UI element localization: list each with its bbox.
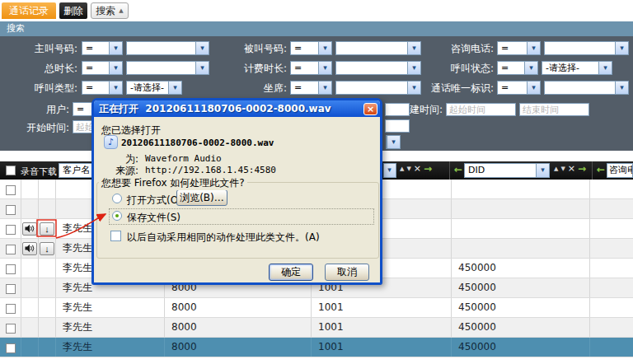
download-button[interactable]: ↓ (40, 242, 54, 255)
label-callee-number: 被叫号码: (206, 43, 287, 55)
download-icon: ↓ (45, 224, 49, 234)
cell-did: 450000 (452, 278, 590, 297)
cell-agent: 1001 (312, 318, 452, 337)
callee-operator-select[interactable]: = (290, 41, 332, 55)
option-save-label[interactable]: 保存文件(S) (127, 211, 181, 225)
select-stub[interactable] (386, 135, 401, 149)
search-toggle-label: 搜索 (96, 4, 115, 18)
column-down-icon[interactable]: ▼ (560, 166, 565, 172)
cell-did (452, 239, 590, 258)
dialog-titlebar[interactable]: 正在打开 20120611180706-0002-8000.wav × (94, 100, 380, 117)
cell-did: 450000 (452, 338, 590, 357)
row-checkbox[interactable] (6, 343, 16, 353)
user-field-stub[interactable] (385, 103, 410, 116)
call-type-value-select[interactable]: -请选择- (126, 81, 182, 95)
speaker-icon (25, 244, 35, 253)
ok-button[interactable]: 确定 (269, 264, 313, 281)
call-record-screen: 通话记录 删除 搜索 ▲ 搜索 主叫号码: = 被叫号码: = 咨询电话: = … (0, 0, 633, 364)
column-consult-select[interactable]: 咨询电 (607, 163, 633, 178)
total-duration-value-select[interactable] (126, 61, 209, 75)
create-time-end-input[interactable] (519, 103, 589, 116)
download-icon: ↓ (45, 244, 49, 254)
column-up-icon[interactable]: ▲ (400, 166, 404, 172)
call-uid-operator-select[interactable]: = (497, 81, 541, 95)
column-move-left-icon[interactable]: ← (597, 165, 605, 175)
dialog-body: 您已选择打开 ♪ 20120611180706-0002-8000.wav 为:… (94, 117, 380, 282)
consult-operator-select[interactable]: = (497, 41, 541, 55)
cancel-button[interactable]: 取消 (325, 264, 369, 281)
label-start-time: 开始时间: (0, 122, 69, 134)
option-open-label[interactable]: 打开方式(O) (127, 194, 182, 208)
cell-did: 450000 (452, 259, 590, 278)
cell-ext: 8000 (165, 298, 312, 317)
row-checkbox[interactable] (6, 304, 16, 314)
row-checkbox[interactable] (6, 225, 16, 235)
table-row[interactable]: 李先生 8000 1001 450000 (0, 318, 633, 338)
select-all-checkbox[interactable] (6, 166, 16, 175)
column-move-left-icon[interactable]: ← (454, 165, 462, 175)
agent-operator-select[interactable]: = (290, 81, 332, 95)
tab-call-log[interactable]: 通话记录 (2, 2, 56, 19)
row-checkbox[interactable] (6, 284, 16, 294)
column-up-icon[interactable]: ▲ (554, 166, 558, 172)
caller-value-select[interactable] (126, 41, 209, 55)
header-separator (449, 161, 450, 180)
column-recording: 录音 (21, 166, 39, 178)
row-checkbox[interactable] (6, 264, 16, 274)
billing-duration-operator-select[interactable]: = (290, 61, 332, 75)
total-duration-operator-select[interactable]: = (82, 61, 123, 75)
browse-button[interactable]: 浏览(B)… (176, 189, 227, 206)
play-recording-button[interactable] (22, 242, 37, 255)
column-remove-icon[interactable]: × (414, 165, 421, 173)
create-time-start-input[interactable] (446, 103, 516, 116)
table-row-selected[interactable]: 李先生 8000 1001 450000 (0, 338, 633, 357)
call-type-operator-select[interactable]: = (82, 81, 123, 95)
dialog-filename: 20120611180706-0002-8000.wav (121, 138, 274, 148)
row-checkbox[interactable] (6, 324, 16, 334)
label-user: 用户: (0, 104, 69, 116)
column-remove-icon[interactable]: × (568, 165, 575, 173)
cell-agent: 1001 (312, 338, 452, 357)
caller-operator-select[interactable]: = (82, 41, 123, 55)
close-icon[interactable]: × (363, 103, 377, 115)
header-separator (592, 161, 593, 180)
cell-did (452, 219, 590, 238)
table-row-partial (0, 357, 633, 364)
search-toggle-button[interactable]: 搜索 ▲ (91, 2, 129, 19)
download-button[interactable]: ↓ (40, 222, 54, 236)
auto-action-checkbox[interactable] (110, 231, 121, 241)
column-move-right-icon[interactable]: → (424, 164, 432, 174)
column-did-select[interactable]: DID (464, 163, 550, 178)
call-uid-value-select[interactable] (544, 81, 629, 95)
column-move-right-icon[interactable]: → (578, 164, 586, 174)
radio-open-with[interactable] (112, 194, 122, 203)
row-checkbox[interactable] (6, 185, 16, 195)
row-checkbox[interactable] (6, 205, 16, 215)
cell-did (452, 199, 590, 218)
label-call-uid: 通话唯一标识: (408, 82, 494, 95)
cell-did: 450000 (452, 318, 590, 337)
label-consult-phone: 咨询电话: (408, 43, 494, 55)
call-status-operator-select[interactable]: = (497, 61, 538, 75)
consult-value-select[interactable] (544, 41, 629, 55)
cell-ext: 8000 (165, 318, 312, 337)
table-row[interactable]: 李先生 8000 1001 450000 (0, 298, 633, 318)
time-field-stub[interactable] (385, 119, 410, 133)
toolbar: 通话记录 删除 搜索 ▲ (0, 0, 633, 21)
cell-customer: 李先生 (56, 298, 165, 317)
search-panel-header: 搜索 (0, 21, 633, 36)
cell-agent: 1001 (312, 298, 452, 317)
auto-action-label[interactable]: 以后自动采用相同的动作处理此类文件。(A) (127, 231, 320, 245)
column-download: 下载 (39, 166, 57, 178)
column-down-icon[interactable]: ▼ (406, 166, 410, 172)
column-select-stub[interactable] (383, 163, 396, 178)
radio-save-file[interactable] (112, 211, 122, 221)
file-source-value: http://192.168.1.45:4580 (145, 165, 276, 175)
play-recording-button[interactable] (22, 222, 37, 236)
label-call-status: 呼叫状态: (408, 63, 494, 75)
call-status-value-select[interactable]: -请选择- (542, 61, 612, 75)
row-checkbox[interactable] (6, 245, 16, 254)
delete-button[interactable]: 删除 (59, 2, 87, 19)
label-call-type: 呼叫类型: (0, 82, 77, 95)
label-caller-number: 主叫号码: (0, 43, 77, 55)
